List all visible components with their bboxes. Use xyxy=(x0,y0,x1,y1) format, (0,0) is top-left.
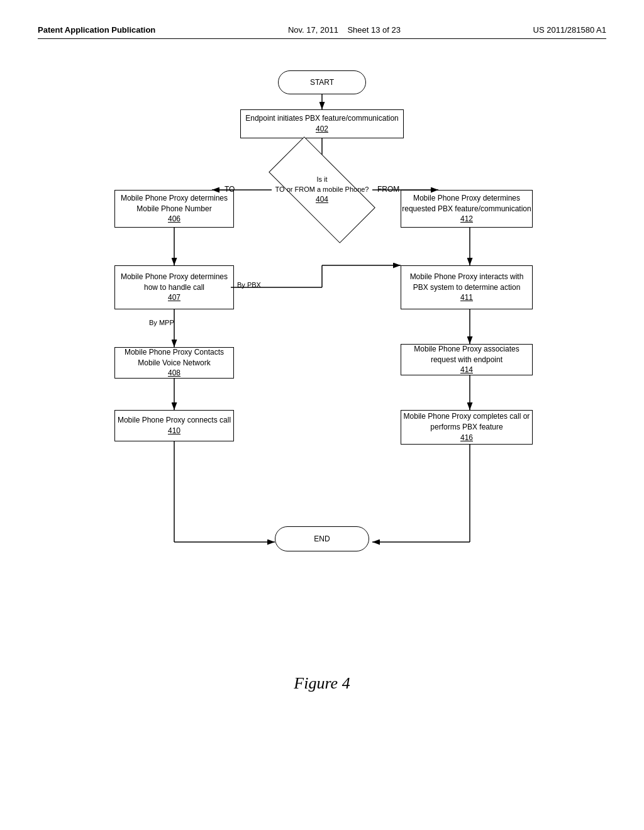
header-sheet: Sheet 13 of 23 xyxy=(347,25,401,35)
end-label: END xyxy=(314,534,330,545)
node-402-ref: 402 xyxy=(245,124,398,135)
node-407-label: Mobile Phone Proxy determines how to han… xyxy=(115,272,233,293)
by-pbx-label: By PBX xyxy=(237,281,261,289)
node-416-ref: 416 xyxy=(401,433,532,443)
node-412-ref: 412 xyxy=(401,214,532,224)
node-408: Mobile Phone Proxy Contacts Mobile Voice… xyxy=(114,347,234,379)
node-411-ref: 411 xyxy=(401,292,532,303)
node-410: Mobile Phone Proxy connects call 410 xyxy=(114,410,234,441)
header-patent-number: US 2011/281580 A1 xyxy=(533,25,606,35)
page-header: Patent Application Publication Nov. 17, … xyxy=(38,25,606,39)
from-label: FROM xyxy=(377,185,399,194)
node-416-label: Mobile Phone Proxy completes call or per… xyxy=(401,411,532,433)
node-408-ref: 408 xyxy=(115,368,233,379)
page: Patent Application Publication Nov. 17, … xyxy=(0,0,644,830)
node-414-ref: 414 xyxy=(401,365,532,375)
node-408-label: Mobile Phone Proxy Contacts Mobile Voice… xyxy=(115,347,233,368)
node-404-ref: 404 xyxy=(275,194,369,205)
node-414-label: Mobile Phone Proxy associates request wi… xyxy=(401,344,532,365)
node-406: Mobile Phone Proxy determines Mobile Pho… xyxy=(114,190,234,228)
node-404: Is itTO or FROM a mobile Phone? 404 xyxy=(247,155,397,224)
node-404-label: Is itTO or FROM a mobile Phone? xyxy=(275,175,369,194)
header-date: Nov. 17, 2011 xyxy=(288,25,338,35)
node-410-label: Mobile Phone Proxy connects call xyxy=(118,415,231,426)
node-407-ref: 407 xyxy=(115,292,233,303)
node-407: Mobile Phone Proxy determines how to han… xyxy=(114,265,234,309)
node-410-ref: 410 xyxy=(118,426,231,436)
node-416: Mobile Phone Proxy completes call or per… xyxy=(401,410,533,445)
header-date-sheet: Nov. 17, 2011 Sheet 13 of 23 xyxy=(288,25,401,35)
flowchart: START Endpoint initiates PBX feature/com… xyxy=(52,58,592,661)
node-406-label: Mobile Phone Proxy determines Mobile Pho… xyxy=(115,193,233,214)
node-406-ref: 406 xyxy=(115,214,233,224)
figure-caption: Figure 4 xyxy=(38,674,606,693)
node-412-label: Mobile Phone Proxy determines requested … xyxy=(401,193,532,214)
node-412: Mobile Phone Proxy determines requested … xyxy=(401,190,533,228)
by-mpp-label: By MPP xyxy=(149,319,174,326)
start-label: START xyxy=(310,77,334,88)
node-414: Mobile Phone Proxy associates request wi… xyxy=(401,344,533,375)
node-411-label: Mobile Phone Proxy interacts with PBX sy… xyxy=(401,272,532,293)
node-411: Mobile Phone Proxy interacts with PBX sy… xyxy=(401,265,533,309)
header-publication-type: Patent Application Publication xyxy=(38,25,155,35)
node-402: Endpoint initiates PBX feature/communica… xyxy=(240,109,404,138)
start-node: START xyxy=(278,70,366,94)
node-402-label: Endpoint initiates PBX feature/communica… xyxy=(245,113,398,124)
end-node: END xyxy=(275,526,369,551)
